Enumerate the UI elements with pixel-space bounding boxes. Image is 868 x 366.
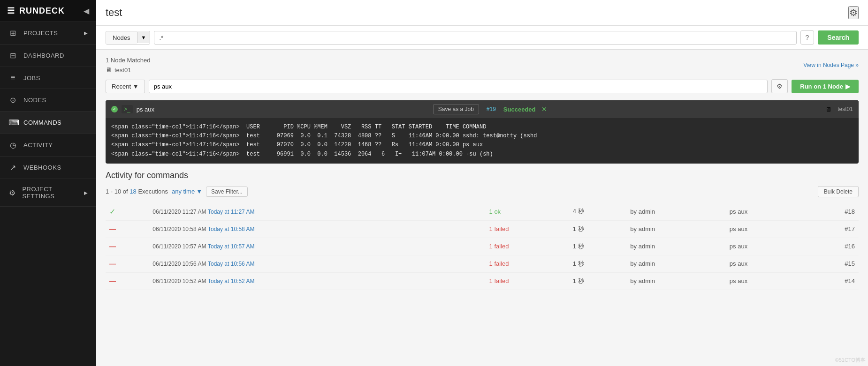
id-cell[interactable]: #17 xyxy=(804,220,859,238)
node-name: test01 xyxy=(114,67,131,74)
total-count-link[interactable]: 18 xyxy=(129,188,136,195)
view-nodes-link[interactable]: View in Nodes Page » xyxy=(803,62,859,68)
nav-icon-project-settings: ⚙ xyxy=(8,188,16,197)
settings-gear-button[interactable]: ⚙ xyxy=(848,6,859,19)
relative-date[interactable]: Today at 10:56 AM xyxy=(208,261,254,267)
command-gear-button[interactable]: ⚙ xyxy=(771,79,788,93)
date-cell: 06/11/2020 10:56 AM Today at 10:56 AM xyxy=(149,255,485,272)
date-cell: 06/11/2020 10:57 AM Today at 10:57 AM xyxy=(149,238,485,255)
sidebar-item-jobs[interactable]: ≡ JOBS xyxy=(0,67,96,89)
watermark: ©51CTO博客 xyxy=(835,357,866,364)
by-cell: by admin xyxy=(626,272,726,290)
bulk-delete-button[interactable]: Bulk Delete xyxy=(818,186,859,197)
by-cell: by admin xyxy=(626,255,726,272)
nav-icon-nodes: ⊙ xyxy=(8,96,18,105)
nav-label-activity: ACTIVITY xyxy=(23,142,53,149)
filter-input[interactable] xyxy=(154,31,796,45)
any-time-button[interactable]: any time ▼ xyxy=(172,188,202,195)
cmd-cell: ps aux xyxy=(726,220,804,238)
date-text: 06/11/2020 10:58 AM xyxy=(152,226,206,232)
table-row: ✓ 06/11/2020 11:27 AM Today at 11:27 AM … xyxy=(106,203,859,221)
result-cell: 1 ok xyxy=(486,203,569,221)
nodes-caret-button[interactable]: ▼ xyxy=(137,32,150,43)
activity-table: ✓ 06/11/2020 11:27 AM Today at 11:27 AM … xyxy=(106,203,859,290)
search-button[interactable]: Search xyxy=(818,30,859,45)
table-row: — 06/11/2020 10:52 AM Today at 10:52 AM … xyxy=(106,272,859,290)
id-cell[interactable]: #16 xyxy=(804,238,859,255)
output-node-label: test01 xyxy=(838,106,853,112)
save-as-job-button[interactable]: Save as a Job xyxy=(433,104,479,114)
result-cell: 1 failed xyxy=(486,255,569,272)
status-success-icon: ✓ xyxy=(109,208,115,216)
result-text: 1 failed xyxy=(489,260,509,267)
run-label: Run on 1 Node xyxy=(800,83,843,90)
activity-section: Activity for commands 1 - 10 of 18 Execu… xyxy=(106,171,859,290)
status-failed-icon: — xyxy=(109,225,116,233)
result-cell: 1 failed xyxy=(486,220,569,238)
nav-icon-activity: ◷ xyxy=(8,141,18,149)
logo-text: RUNDECK xyxy=(19,6,65,16)
status-cell: — xyxy=(106,255,149,272)
relative-date[interactable]: Today at 11:27 AM xyxy=(208,209,254,215)
run-button[interactable]: Run on 1 Node ▶ xyxy=(792,80,859,93)
date-cell: 06/11/2020 11:27 AM Today at 11:27 AM xyxy=(149,203,485,221)
sidebar-item-nodes[interactable]: ⊙ NODES xyxy=(0,89,96,112)
result-cell: 1 failed xyxy=(486,238,569,255)
duration-cell: 1 秒 xyxy=(569,272,627,290)
status-failed-icon: — xyxy=(109,260,116,268)
output-header: ✓ >_ ps aux Save as a Job #19 Succeeded … xyxy=(106,100,859,118)
server-icon-small: 🖥 xyxy=(825,106,831,113)
recent-button[interactable]: Recent ▼ xyxy=(106,80,145,93)
top-bar: test ⚙ xyxy=(96,0,868,26)
page-title: test xyxy=(106,7,122,19)
date-text: 06/11/2020 11:27 AM xyxy=(152,209,206,215)
save-filter-button[interactable]: Save Filter... xyxy=(206,187,248,197)
nav-icon-commands: ⌨ xyxy=(8,118,18,127)
date-text: 06/11/2020 10:57 AM xyxy=(152,243,206,250)
sidebar-item-dashboard[interactable]: ⊟ DASHBOARD xyxy=(0,45,96,67)
date-cell: 06/11/2020 10:58 AM Today at 10:58 AM xyxy=(149,220,485,238)
result-text: 1 ok xyxy=(489,208,501,215)
sidebar-nav: ⊞ PROJECTS ▶ ⊟ DASHBOARD ≡ JOBS ⊙ NODES … xyxy=(0,22,96,207)
output-box: ✓ >_ ps aux Save as a Job #19 Succeeded … xyxy=(106,100,859,164)
command-input[interactable] xyxy=(149,80,768,93)
nav-icon-jobs: ≡ xyxy=(8,74,18,82)
sidebar: ☰ RUNDECK ◀ ⊞ PROJECTS ▶ ⊟ DASHBOARD ≡ J… xyxy=(0,0,96,366)
output-cmd-label: ps aux xyxy=(137,106,154,113)
id-cell[interactable]: #15 xyxy=(804,255,859,272)
relative-date[interactable]: Today at 10:57 AM xyxy=(208,243,254,250)
succeeded-label: Succeeded xyxy=(503,106,536,113)
cmd-cell: ps aux xyxy=(726,203,804,221)
by-cell: by admin xyxy=(626,203,726,221)
sidebar-item-webhooks[interactable]: ↗ WEBHOOKS xyxy=(0,157,96,179)
date-cell: 06/11/2020 10:52 AM Today at 10:52 AM xyxy=(149,272,485,290)
nav-label-dashboard: DASHBOARD xyxy=(23,52,64,59)
execution-link[interactable]: #19 xyxy=(487,106,496,112)
table-row: — 06/11/2020 10:57 AM Today at 10:57 AM … xyxy=(106,238,859,255)
relative-date[interactable]: Today at 10:58 AM xyxy=(208,226,254,232)
result-text: 1 failed xyxy=(489,225,509,232)
main-content: test ⚙ Nodes ▼ ? Search 1 Node Matched 🖥… xyxy=(96,0,868,366)
menu-icon[interactable]: ☰ xyxy=(7,6,15,16)
by-cell: by admin xyxy=(626,238,726,255)
sidebar-item-projects[interactable]: ⊞ PROJECTS ▶ xyxy=(0,22,96,45)
nav-label-projects: PROJECTS xyxy=(23,30,58,37)
status-cell: — xyxy=(106,220,149,238)
activity-title: Activity for commands xyxy=(106,171,859,180)
date-text: 06/11/2020 10:56 AM xyxy=(152,261,206,267)
filter-help-button[interactable]: ? xyxy=(800,30,815,45)
sidebar-item-project-settings[interactable]: ⚙ PROJECT SETTINGS ▶ xyxy=(0,179,96,207)
id-cell[interactable]: #14 xyxy=(804,272,859,290)
sidebar-item-commands[interactable]: ⌨ COMMANDS xyxy=(0,112,96,134)
status-failed-icon: — xyxy=(109,277,116,285)
relative-date[interactable]: Today at 10:52 AM xyxy=(208,278,254,284)
nav-label-webhooks: WEBHOOKS xyxy=(23,164,61,171)
sidebar-item-activity[interactable]: ◷ ACTIVITY xyxy=(0,134,96,157)
table-row: — 06/11/2020 10:56 AM Today at 10:56 AM … xyxy=(106,255,859,272)
id-cell[interactable]: #18 xyxy=(804,203,859,221)
result-text: 1 failed xyxy=(489,277,509,284)
server-icon: 🖥 xyxy=(106,66,112,74)
status-cell: ✓ xyxy=(106,203,149,221)
nodes-button[interactable]: Nodes xyxy=(106,31,137,44)
collapse-sidebar-button[interactable]: ◀ xyxy=(84,7,89,15)
